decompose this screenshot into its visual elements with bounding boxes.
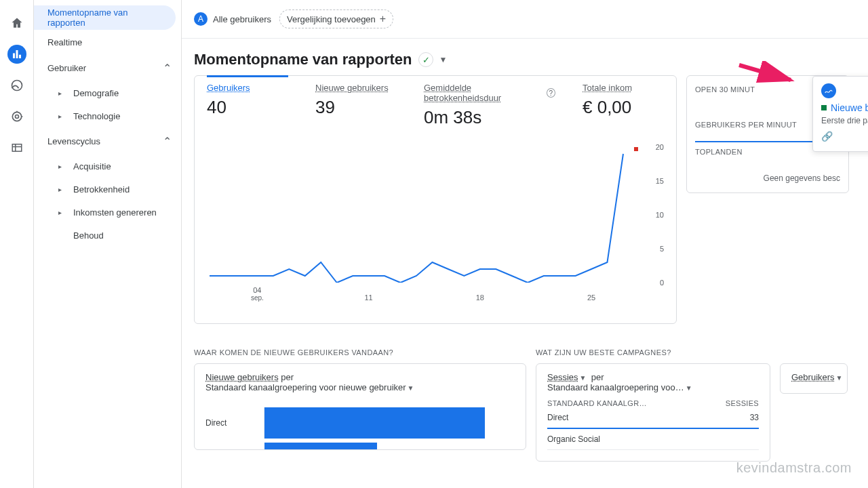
kpi-new-users[interactable]: Nieuwe gebruikers 39 (315, 83, 397, 128)
home-icon[interactable] (7, 14, 26, 33)
dimension-picker[interactable]: Gebruikers▼ (791, 372, 836, 382)
verified-icon[interactable]: ✓ (418, 52, 433, 67)
page-title: Momentopname van rapporten (194, 51, 412, 68)
kpi-value: 39 (315, 97, 397, 118)
svg-point-2 (15, 115, 18, 119)
svg-rect-3 (12, 144, 22, 152)
panel-campaigns: WAT ZIJN UW BESTE CAMPAGNES? Sessies▼ pe… (536, 348, 770, 462)
bar-row: Direct (205, 407, 515, 439)
nav-label: Realtime (47, 37, 82, 47)
chevron-up-icon: ⌃ (163, 62, 172, 75)
chevron-down-icon[interactable]: ▼ (439, 55, 447, 64)
nav-sub-label: Acquisitie (73, 161, 111, 171)
kpi-label: Gemiddelde betrokkenheidsduur ? (424, 83, 555, 103)
svg-line-4 (739, 65, 791, 80)
nav-group-label: Gebruiker (47, 63, 86, 73)
icon-rail (0, 0, 34, 488)
kpi-row: Gebruikers 40 Nieuwe gebruikers 39 Gemid… (195, 76, 676, 128)
link-icon[interactable]: 🔗 (821, 131, 868, 142)
annotation-arrow (738, 61, 799, 88)
caret-right-icon: ▸ (58, 209, 68, 216)
nav-sub-betrokkenheid[interactable]: ▸Betrokkenheid (34, 178, 181, 201)
watermark: kevindamstra.com (736, 460, 852, 476)
annotation-avatar-icon (821, 83, 836, 98)
nav-sub-label: Betrokkenheid (73, 184, 130, 195)
panel-label: WAAR KOMEN DE NIEUWE GEBRUIKERS VANDAAN? (194, 348, 526, 357)
kpi-value: € 0,00 (583, 97, 664, 118)
nav-sidebar: Momentopname van rapporten Realtime Gebr… (34, 0, 182, 488)
bar-fill (264, 443, 377, 449)
main-content: A Alle gebruikers Vergelijking toevoegen… (182, 0, 868, 488)
kpi-engagement[interactable]: Gemiddelde betrokkenheidsduur ? 0m 38s (424, 83, 555, 128)
caret-right-icon: ▸ (58, 113, 68, 120)
panel-new-users-source: WAAR KOMEN DE NIEUWE GEBRUIKERS VANDAAN?… (194, 348, 526, 462)
kpi-value: 0m 38s (424, 107, 555, 128)
chevron-down-icon: ▼ (686, 384, 692, 392)
reports-icon[interactable] (7, 45, 26, 64)
svg-point-1 (12, 112, 21, 121)
nav-sub-acquisitie[interactable]: ▸Acquisitie (34, 155, 181, 178)
nav-sub-behoud[interactable]: ▸Behoud (34, 224, 181, 247)
chart-svg (210, 147, 644, 283)
annotation-desc: Eerste drie pagina's staan online. (821, 116, 868, 125)
kpi-label: Nieuwe gebruikers (315, 83, 397, 93)
configure-icon[interactable] (7, 138, 26, 157)
plus-icon: + (380, 13, 386, 25)
nav-sub-label: Technologie (73, 111, 120, 121)
annotation-popover: 27 Sep 2022 × Nieuwe blog online | Pagin… (812, 76, 868, 152)
nav-group-lifecycle[interactable]: Levenscyclus ⌃ (34, 127, 181, 155)
nav-sub-label: Behoud (73, 230, 104, 241)
panel-label: WAT ZIJN UW BESTE CAMPAGNES? (536, 348, 770, 357)
nav-group-user[interactable]: Gebruiker ⌃ (34, 54, 181, 81)
explore-icon[interactable] (7, 76, 26, 95)
annotation-name: Nieuwe blog online (831, 102, 868, 113)
nav-sub-label: Demografie (73, 88, 119, 98)
panel-label (780, 348, 848, 357)
nav-sub-inkomsten[interactable]: ▸Inkomsten genereren (34, 201, 181, 224)
caret-right-icon: ▸ (58, 163, 68, 170)
caret-right-icon: ▸ (58, 89, 68, 97)
add-comparison-button[interactable]: Vergelijking toevoegen + (279, 9, 393, 28)
dimension-picker[interactable]: Sessies▼ per Standaard kanaalgroepering … (547, 372, 759, 392)
segment-badge: A (194, 12, 208, 26)
segment-bar: A Alle gebruikers Vergelijking toevoegen… (182, 0, 868, 39)
dimension-picker[interactable]: Nieuwe gebruikers per Standaard kanaalgr… (205, 372, 515, 392)
segment-all-users[interactable]: A Alle gebruikers (194, 12, 271, 26)
svg-point-0 (12, 81, 22, 91)
table-row[interactable]: Direct33 (547, 407, 759, 429)
nav-item-snapshot[interactable]: Momentopname van rapporten (34, 5, 176, 30)
help-icon[interactable]: ? (547, 88, 555, 98)
nav-sub-technologie[interactable]: ▸Technologie (34, 104, 181, 127)
kpi-value: 40 (207, 97, 288, 118)
caret-right-icon: ▸ (58, 186, 68, 193)
chevron-down-icon: ▼ (408, 384, 414, 392)
color-square-icon (821, 105, 827, 110)
nav-sub-demografie[interactable]: ▸Demografie (34, 81, 181, 104)
nav-sub-label: Inkomsten genereren (73, 207, 157, 218)
chevron-down-icon: ▼ (836, 374, 843, 382)
line-chart: 05101520 04sep.111825 (210, 140, 664, 310)
advertising-icon[interactable] (7, 107, 26, 126)
annotation-marker-icon[interactable] (634, 147, 638, 151)
nav-item-realtime[interactable]: Realtime (34, 30, 176, 54)
segment-label: Alle gebruikers (213, 14, 271, 24)
kpi-label: Gebruikers (207, 83, 288, 93)
annotation-title: Nieuwe blog online | Pagina (821, 102, 868, 113)
kpi-revenue[interactable]: Totale inkom € 0,00 (583, 83, 664, 128)
nav-label: Momentopname van rapporten (47, 7, 166, 28)
table-row[interactable]: Organic Social (547, 429, 759, 450)
bar-label: Direct (205, 418, 264, 428)
kpi-label: Totale inkom (583, 83, 664, 93)
add-comparison-label: Vergelijking toevoegen (287, 14, 376, 24)
chevron-down-icon: ▼ (580, 374, 587, 382)
nav-group-label: Levenscyclus (47, 136, 100, 146)
table-head: STANDAARD KANAALGR…SESSIES (547, 399, 759, 407)
kpi-users[interactable]: Gebruikers 40 (207, 75, 288, 128)
chevron-up-icon: ⌃ (163, 135, 172, 148)
side-nodata: Geen gegevens besc (695, 174, 840, 183)
panel-users: Gebruikers▼ (780, 348, 848, 462)
bar-track (264, 407, 515, 439)
overview-card: Gebruikers 40 Nieuwe gebruikers 39 Gemid… (194, 75, 677, 324)
bottom-row: WAAR KOMEN DE NIEUWE GEBRUIKERS VANDAAN?… (182, 348, 868, 462)
bar-fill (264, 407, 485, 439)
